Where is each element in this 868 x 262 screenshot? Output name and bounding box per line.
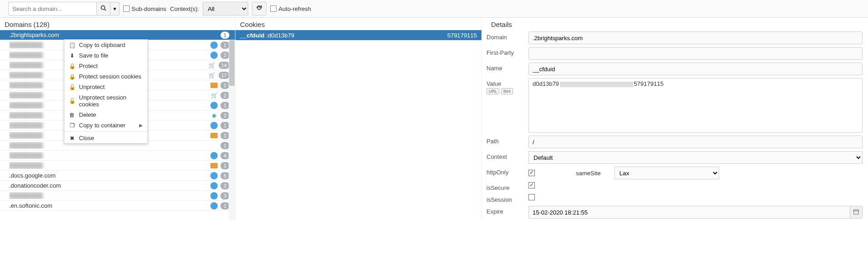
cart-icon: 🛒 xyxy=(210,92,218,99)
domain-row[interactable]: .2brightsparks.com1 xyxy=(0,30,235,40)
name-label: Name xyxy=(486,63,528,72)
domain-meta: 🛒14 xyxy=(209,62,230,69)
domain-meta: 1 xyxy=(210,202,230,210)
autorefresh-checkbox[interactable]: Auto-refresh xyxy=(270,5,311,12)
domain-name: ████████ xyxy=(9,192,210,199)
count-badge: 2 xyxy=(220,52,230,59)
domain-row[interactable]: .en.softonic.com1 xyxy=(0,201,235,211)
context-select[interactable]: Default xyxy=(528,151,863,164)
cookies-panel: Cookies __cfduid :d0d13b79 579179115 xyxy=(235,18,482,220)
briefcase-icon xyxy=(210,83,218,88)
contexts-select[interactable]: All xyxy=(203,2,248,16)
domain-row[interactable]: .docs.google.com5 xyxy=(0,171,235,181)
search-dropdown[interactable]: ▼ xyxy=(110,2,120,16)
value-part1: d0d13b79 xyxy=(533,80,559,87)
context-menu-item[interactable]: 🔓Unprotect session cookies xyxy=(64,92,147,110)
httponly-checkbox[interactable] xyxy=(528,170,535,176)
cookie-row[interactable]: __cfduid :d0d13b79 579179115 xyxy=(235,30,481,40)
domain-row[interactable]: ████████1 xyxy=(0,161,235,171)
context-menu-item[interactable]: 🔓Unprotect xyxy=(64,82,147,92)
domain-meta: 1 xyxy=(210,122,230,129)
count-badge: 17 xyxy=(219,72,230,79)
context-menu: 📋Copy to clipboard⬇Save to file🔒Protect🔒… xyxy=(64,39,148,144)
briefcase-icon xyxy=(210,133,218,138)
value-part2: 579179115 xyxy=(634,80,664,87)
b64-badge[interactable]: B64 xyxy=(501,88,513,94)
subdomains-label: Sub-domains xyxy=(131,5,167,12)
context-menu-item[interactable]: 🔒Protect xyxy=(64,61,147,71)
context-menu-item[interactable]: ⬇Save to file xyxy=(64,50,147,61)
refresh-button[interactable] xyxy=(252,2,267,16)
menu-item-icon: ⬇ xyxy=(69,52,75,59)
domains-list[interactable]: .2brightsparks.com1████████1████████2███… xyxy=(0,30,235,211)
menu-item-icon: 🔓 xyxy=(69,98,75,104)
path-field[interactable] xyxy=(528,136,863,148)
domain-meta: 1 xyxy=(210,102,230,109)
menu-item-icon: 📋 xyxy=(69,42,75,48)
domain-meta: 🛒17 xyxy=(209,72,230,79)
dot-icon xyxy=(210,122,218,129)
menu-item-label: Save to file xyxy=(79,52,108,59)
domain-name: .docs.google.com xyxy=(9,172,210,179)
firstparty-field[interactable] xyxy=(528,47,863,60)
menu-item-icon: ❐ xyxy=(69,122,75,129)
value-field[interactable]: d0d13b79579179115 xyxy=(528,78,863,133)
svg-line-1 xyxy=(105,9,106,10)
context-menu-item[interactable]: 🗑Delete xyxy=(64,110,147,120)
domain-row[interactable]: ████████3 xyxy=(0,191,235,201)
count-badge: 4 xyxy=(220,152,230,159)
value-label: Value URL B64 xyxy=(486,78,528,94)
context-menu-item[interactable]: ❐Copy to container▶ xyxy=(64,120,147,131)
cart-icon: 🛒 xyxy=(209,62,216,68)
contexts-label: Context(s): xyxy=(170,5,199,12)
domain-row[interactable]: .donationcoder.com2 xyxy=(0,181,235,191)
issecure-checkbox[interactable] xyxy=(528,182,535,189)
count-badge: 1 xyxy=(220,102,230,109)
menu-item-icon: 🔒 xyxy=(69,73,75,80)
issession-checkbox[interactable] xyxy=(528,194,535,200)
value-redacted xyxy=(560,82,633,87)
count-badge: 1 xyxy=(220,142,230,149)
autorefresh-label: Auto-refresh xyxy=(278,5,311,12)
expire-label: Expire xyxy=(486,206,528,215)
issession-label: isSession xyxy=(486,194,528,203)
search-group: ▼ xyxy=(8,2,120,16)
httponly-label: httpOnly xyxy=(486,167,528,176)
menu-item-label: Unprotect session cookies xyxy=(79,94,143,108)
samesite-select[interactable]: Lax xyxy=(614,167,719,179)
domain-meta: 2 xyxy=(210,182,230,189)
datepicker-button[interactable] xyxy=(850,206,863,219)
spiral-icon: ◉ xyxy=(210,112,218,119)
details-panel: Details Domain First-Party Name Value UR… xyxy=(482,18,868,220)
count-badge: 3 xyxy=(220,192,230,199)
menu-item-label: Close xyxy=(79,135,94,141)
cookies-title: Cookies xyxy=(235,18,481,30)
url-badge[interactable]: URL xyxy=(486,88,499,94)
count-badge: 1 xyxy=(220,132,230,139)
context-menu-item[interactable]: 🔒Protect session cookies xyxy=(64,71,147,82)
domain-row[interactable]: ████████4 xyxy=(0,151,235,161)
svg-point-0 xyxy=(101,6,105,10)
subdomains-checkbox[interactable]: Sub-domains xyxy=(123,5,167,12)
scrollbar-thumb[interactable] xyxy=(229,40,235,86)
domain-field[interactable] xyxy=(528,31,863,44)
context-menu-close[interactable]: ✖Close xyxy=(64,133,147,143)
cookie-value-part2: 579179115 xyxy=(447,32,477,39)
context-menu-item[interactable]: 📋Copy to clipboard xyxy=(64,40,147,50)
firstparty-label: First-Party xyxy=(486,47,528,56)
main-panels: Domains (128) .2brightsparks.com1███████… xyxy=(0,18,868,220)
dot-icon xyxy=(210,202,218,210)
expire-field[interactable] xyxy=(528,206,850,219)
domain-name: ████████ xyxy=(9,162,210,169)
path-label: Path xyxy=(486,136,528,145)
domain-name: ████████ xyxy=(9,152,210,159)
menu-item-icon: 🔒 xyxy=(69,63,75,69)
search-input[interactable] xyxy=(8,2,97,16)
menu-item-icon: 🗑 xyxy=(69,112,75,118)
domain-meta: 🛒2 xyxy=(210,92,230,99)
search-button[interactable] xyxy=(97,2,110,16)
name-field[interactable] xyxy=(528,63,863,75)
count-badge: 2 xyxy=(220,92,230,99)
toolbar: ▼ Sub-domains Context(s): All Auto-refre… xyxy=(0,0,868,18)
domain-label: Domain xyxy=(486,31,528,41)
